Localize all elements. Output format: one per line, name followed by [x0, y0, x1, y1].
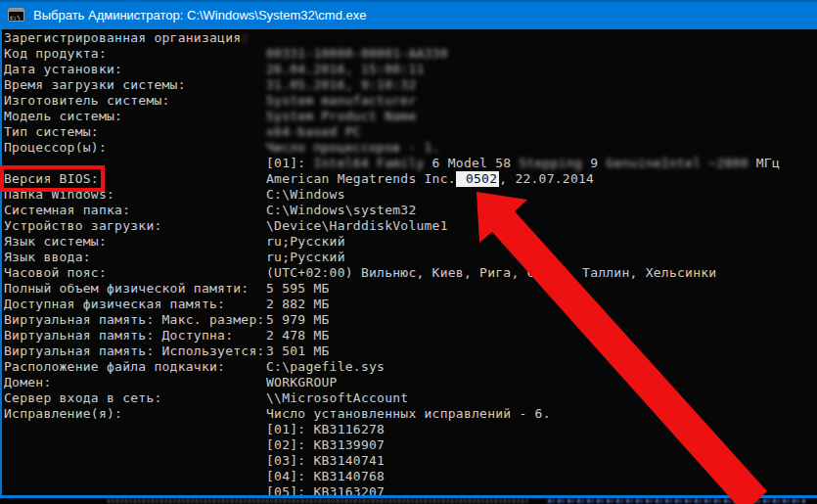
- row-value: [02]: KB3139907: [266, 437, 817, 453]
- console-row: Папка Windows:C:\Windows: [4, 187, 817, 203]
- console-row: Язык системы:ru;Русский: [4, 234, 817, 250]
- console-row: Изготовитель системы:System manufacturer: [4, 93, 817, 109]
- bios-row-annotation-box: [0, 165, 105, 192]
- row-label: Системная папка:: [4, 203, 266, 218]
- row-label: Зарегистрированная организация:: [4, 30, 266, 46]
- blurred-text: Число процессоров - 1.: [266, 140, 440, 156]
- blurred-text: Stepping: [519, 156, 582, 171]
- console-rows: Зарегистрированная организация:Код проду…: [4, 30, 817, 496]
- row-value: C:\Windows: [266, 187, 817, 203]
- row-value: ru;Русский: [266, 250, 817, 265]
- console-row: Модель системы:System Product Name: [4, 109, 817, 124]
- row-label: Домен:: [4, 375, 266, 390]
- console-row: Домен:WORKGROUP: [4, 375, 817, 390]
- row-value: 00331-10000-00001-AA330: [266, 46, 817, 62]
- row-value: Число установленных исправлений - 6.: [266, 406, 817, 422]
- blurred-text: GenuineIntel ~2800: [606, 156, 748, 171]
- row-label: Устройство загрузки:: [4, 218, 266, 234]
- row-value: 5 595 МБ: [266, 281, 817, 297]
- row-value: [03]: KB3140741: [266, 453, 817, 469]
- console-row: Процессор(ы):Число процессоров - 1.: [4, 140, 817, 156]
- row-value: \\MicrosoftAccount: [266, 390, 817, 406]
- console-row: Виртуальная память: Доступна:2 478 МБ: [4, 328, 817, 344]
- row-label: Язык системы:: [4, 234, 266, 250]
- console-row: Язык ввода:ru;Русский: [4, 250, 817, 265]
- row-label: Исправление(я):: [4, 406, 266, 422]
- row-value: 2 882 МБ: [266, 297, 817, 312]
- cropped-bottom-content: [0, 498, 817, 504]
- console-row: Устройство загрузки:\Device\HarddiskVolu…: [4, 218, 817, 234]
- row-label: Модель системы:: [4, 109, 266, 124]
- row-value: C:\Windows\system32: [266, 203, 817, 218]
- row-label: Дата установки:: [4, 62, 266, 77]
- row-value: 31.05.2016, 9:10:32: [266, 77, 817, 93]
- row-value: Число процессоров - 1.: [266, 140, 817, 156]
- row-label: [4, 453, 266, 469]
- row-label: Виртуальная память: Доступна:: [4, 328, 266, 344]
- blurred-text: 00331-10000-00001-AA330: [266, 46, 448, 62]
- row-label: Язык ввода:: [4, 250, 266, 265]
- console-row: [01]: Intel64 Family 6 Model 58 Stepping…: [4, 156, 817, 171]
- row-value: [01]: Intel64 Family 6 Model 58 Stepping…: [266, 156, 817, 171]
- console-row: [02]: KB3139907: [4, 437, 817, 453]
- row-label: Часовой пояс:: [4, 265, 266, 281]
- console-row: [03]: KB3140741: [4, 453, 817, 469]
- row-value: American Megatrends Inc. 0502, 22.07.201…: [266, 171, 817, 187]
- cmd-icon: c:\: [8, 8, 24, 22]
- row-label: Изготовитель системы:: [4, 93, 266, 109]
- blurred-text: 31.05.2016, 9:10:32: [266, 77, 416, 93]
- row-value: x64-based PC: [266, 124, 817, 140]
- row-label: Полный объем физической памяти:: [4, 281, 266, 297]
- row-value: WORKGROUP: [266, 375, 817, 390]
- console-row: Код продукта:00331-10000-00001-AA330: [4, 46, 817, 62]
- console-row: Время загрузки системы:31.05.2016, 9:10:…: [4, 77, 817, 93]
- row-value: 5 979 МБ: [266, 312, 817, 328]
- console-row: Версия BIOS:American Megatrends Inc. 050…: [4, 171, 817, 187]
- row-label: Тип системы:: [4, 124, 266, 140]
- row-label: Время загрузки системы:: [4, 77, 266, 93]
- row-value: 26.04.2016, 15:00:11: [266, 62, 817, 77]
- console-row: Часовой пояс:(UTC+02:00) Вильнюс, Киев, …: [4, 265, 817, 281]
- blurred-text: :: [241, 30, 249, 46]
- window-title: Выбрать Администратор: C:\Windows\System…: [33, 8, 367, 23]
- row-label: Виртуальная память: Макс. размер:: [4, 312, 266, 328]
- console-row: Дата установки:26.04.2016, 15:00:11: [4, 62, 817, 77]
- console-row: Виртуальная память: Используется:3 501 М…: [4, 344, 817, 359]
- console-row: Зарегистрированная организация:: [4, 30, 817, 46]
- row-value: 3 501 МБ: [266, 344, 817, 359]
- row-value: [266, 30, 817, 46]
- console-row: [04]: KB3140768: [4, 469, 817, 484]
- row-value: C:\pagefile.sys: [266, 359, 817, 375]
- row-label: Расположение файла подкачки:: [4, 359, 266, 375]
- blurred-text: Intel64 Family: [313, 156, 424, 171]
- row-value: \Device\HarddiskVolume1: [266, 218, 817, 234]
- row-value: System Product Name: [266, 109, 817, 124]
- console-row: Системная папка:C:\Windows\system32: [4, 203, 817, 218]
- row-label: Виртуальная память: Используется:: [4, 344, 266, 359]
- console-row: Виртуальная память: Макс. размер:5 979 М…: [4, 312, 817, 328]
- cmd-window: c:\ Выбрать Администратор: C:\Windows\Sy…: [0, 0, 817, 504]
- row-value: 2 478 МБ: [266, 328, 817, 344]
- blurred-text: x64-based PC: [266, 124, 361, 140]
- blurred-strip-gray: [108, 499, 528, 503]
- bios-version-highlight: 0502: [456, 171, 499, 187]
- row-value: ru;Русский: [266, 234, 817, 250]
- cmd-icon-glyph: c:\: [9, 14, 21, 21]
- console-row: Тип системы:x64-based PC: [4, 124, 817, 140]
- console-row: Полный объем физической памяти:5 595 МБ: [4, 281, 817, 297]
- blurred-strip-blue: [548, 499, 807, 503]
- console-row: Сервер входа в сеть:\\MicrosoftAccount: [4, 390, 817, 406]
- console-row: Расположение файла подкачки:C:\pagefile.…: [4, 359, 817, 375]
- row-value: (UTC+02:00) Вильнюс, Киев, Рига, София, …: [266, 265, 817, 281]
- blurred-text: System manufacturer: [266, 93, 416, 109]
- blurred-text: 26.04.2016, 15:00:11: [266, 62, 425, 77]
- console-output[interactable]: Зарегистрированная организация:Код проду…: [0, 29, 817, 496]
- row-value: [04]: KB3140768: [266, 469, 817, 484]
- console-row: Доступная физическая память:2 882 МБ: [4, 297, 817, 312]
- console-row: Исправление(я):Число установленных испра…: [4, 406, 817, 422]
- row-value: [01]: KB3116278: [266, 422, 817, 437]
- row-label: [4, 422, 266, 437]
- title-bar[interactable]: c:\ Выбрать Администратор: C:\Windows\Sy…: [0, 0, 817, 29]
- row-label: Сервер входа в сеть:: [4, 390, 266, 406]
- row-value: System manufacturer: [266, 93, 817, 109]
